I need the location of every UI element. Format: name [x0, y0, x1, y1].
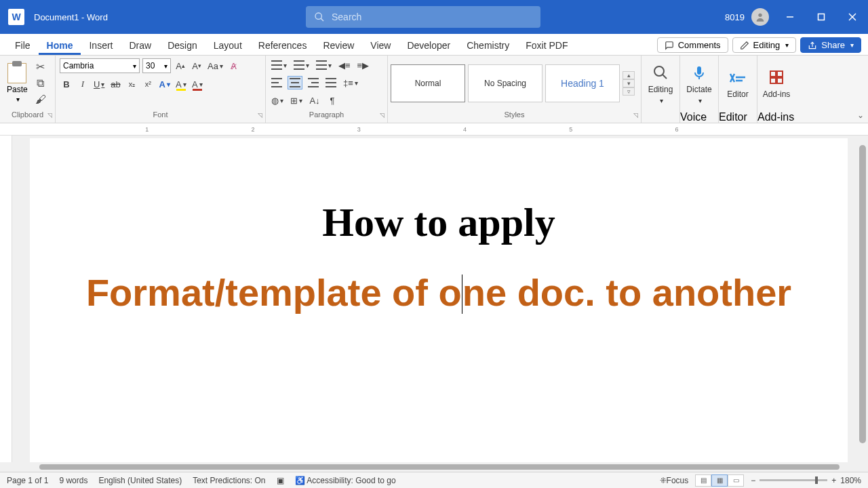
highlight-button[interactable]: A▾: [174, 77, 188, 91]
paragraph-dialog-icon[interactable]: ◹: [380, 112, 384, 119]
comments-button[interactable]: Comments: [657, 37, 728, 53]
cut-button[interactable]: ✂: [35, 61, 47, 73]
underline-button[interactable]: U▾: [92, 77, 106, 91]
shrink-font-button[interactable]: A▾: [190, 59, 203, 73]
bold-button[interactable]: B: [60, 77, 73, 91]
style-no-spacing[interactable]: No Spacing: [468, 64, 542, 102]
word-count[interactable]: 9 words: [59, 476, 87, 485]
horizontal-ruler[interactable]: 1 2 3 4 5 6: [0, 123, 868, 136]
zoom-control[interactable]: − + 180%: [751, 476, 861, 485]
tab-foxit-pdf[interactable]: Foxit PDF: [517, 36, 576, 55]
group-font: Cambria▾ 30▾ A▴ A▾ Aa▾ A̷ B I U▾ ab x₂ x…: [56, 56, 266, 123]
zoom-slider[interactable]: [760, 479, 827, 481]
accessibility-status[interactable]: ♿ Accessibility: Good to go: [295, 476, 396, 485]
font-dialog-icon[interactable]: ◹: [258, 112, 262, 119]
subscript-button[interactable]: x₂: [125, 77, 138, 91]
clear-formatting-button[interactable]: A̷: [227, 59, 241, 73]
minimize-button[interactable]: [774, 0, 806, 34]
align-left-button[interactable]: [270, 76, 283, 89]
share-button[interactable]: Share ▾: [800, 37, 861, 53]
tab-insert[interactable]: Insert: [81, 36, 121, 55]
print-layout-button[interactable]: ▦: [711, 474, 728, 487]
svg-point-0: [315, 13, 321, 19]
italic-button[interactable]: I: [76, 77, 90, 91]
align-center-button[interactable]: [288, 76, 302, 89]
editor-button[interactable]: Editor: [719, 56, 757, 111]
search-box[interactable]: Search: [306, 6, 540, 28]
tab-view[interactable]: View: [362, 36, 399, 55]
collapse-ribbon-button[interactable]: ⌄: [857, 110, 864, 120]
style-normal[interactable]: Normal: [391, 64, 465, 102]
styles-dialog-icon[interactable]: ◹: [633, 112, 638, 119]
borders-button[interactable]: ⊞▾: [289, 94, 304, 107]
vertical-scrollbar[interactable]: [857, 136, 868, 462]
scrollbar-thumb[interactable]: [859, 145, 866, 443]
user-area[interactable]: 8019: [725, 8, 769, 26]
tab-layout[interactable]: Layout: [205, 36, 250, 55]
text-predictions[interactable]: Text Predictions: On: [193, 476, 265, 485]
zoom-knob[interactable]: [815, 476, 818, 484]
addins-button[interactable]: Add-ins: [757, 56, 795, 111]
chevron-down-icon: ▾: [698, 97, 702, 104]
close-button[interactable]: [837, 0, 868, 34]
tab-file[interactable]: File: [7, 36, 39, 55]
sort-button[interactable]: A↓: [308, 94, 321, 107]
focus-mode-button[interactable]: ⁜Focus: [660, 476, 689, 485]
comment-icon: [665, 41, 674, 50]
vertical-ruler[interactable]: [0, 136, 12, 462]
tab-home[interactable]: Home: [39, 36, 81, 55]
superscript-button[interactable]: x²: [141, 77, 155, 91]
tab-references[interactable]: References: [250, 36, 315, 55]
dictate-button[interactable]: Dictate ▾: [680, 56, 718, 111]
paste-button[interactable]: Paste ▾: [4, 62, 31, 104]
scrollbar-thumb[interactable]: [39, 464, 840, 470]
macro-icon[interactable]: ▣: [277, 476, 284, 485]
shading-button[interactable]: ◍▾: [270, 94, 285, 107]
clipboard-dialog-icon[interactable]: ◹: [47, 112, 52, 119]
svg-rect-10: [770, 71, 776, 77]
zoom-out-button[interactable]: −: [751, 476, 755, 485]
increase-indent-button[interactable]: ≡▶: [356, 58, 371, 72]
zoom-in-button[interactable]: +: [831, 476, 836, 485]
language-indicator[interactable]: English (United States): [98, 476, 182, 485]
editing-mode-button[interactable]: Editing ▾: [732, 37, 797, 53]
horizontal-scrollbar[interactable]: [0, 462, 868, 472]
font-name-select[interactable]: Cambria▾: [60, 58, 140, 73]
decrease-indent-button[interactable]: ◀≡: [337, 58, 352, 72]
style-heading-1[interactable]: Heading 1: [545, 64, 620, 102]
read-mode-button[interactable]: ▤: [695, 474, 711, 487]
tab-design[interactable]: Design: [159, 36, 205, 55]
text-cursor: [462, 274, 462, 314]
maximize-button[interactable]: [806, 0, 837, 34]
addins-group-label: Add-ins: [757, 111, 794, 123]
font-name-value: Cambria: [63, 61, 94, 70]
align-right-button[interactable]: [307, 76, 320, 89]
copy-button[interactable]: ⧉: [35, 77, 47, 89]
format-painter-button[interactable]: 🖌: [35, 94, 47, 106]
tab-draw[interactable]: Draw: [121, 36, 159, 55]
change-case-button[interactable]: Aa▾: [206, 59, 224, 73]
tab-chemistry[interactable]: Chemistry: [458, 36, 517, 55]
numbering-button[interactable]: ▾: [292, 58, 311, 72]
text-effects-button[interactable]: A▾: [157, 77, 171, 91]
show-marks-button[interactable]: ¶: [326, 94, 339, 107]
addins-icon: [767, 68, 786, 87]
grow-font-button[interactable]: A▴: [174, 59, 187, 73]
font-color-button[interactable]: A▾: [191, 77, 204, 91]
zoom-percent[interactable]: 180%: [840, 476, 861, 485]
styles-gallery-nav[interactable]: ▴▾▿: [623, 71, 635, 96]
tab-review[interactable]: Review: [315, 36, 362, 55]
justify-button[interactable]: [324, 76, 338, 89]
document-page[interactable]: How to apply Format/template of one doc.…: [30, 138, 848, 462]
user-avatar-icon: [751, 8, 769, 26]
bullets-button[interactable]: ▾: [270, 58, 288, 72]
web-layout-button[interactable]: ▭: [728, 474, 744, 487]
editing-button[interactable]: Editing ▾: [642, 56, 679, 111]
tab-developer[interactable]: Developer: [399, 36, 458, 55]
strikethrough-button[interactable]: ab: [108, 77, 122, 91]
page-indicator[interactable]: Page 1 of 1: [7, 476, 48, 485]
line-spacing-button[interactable]: ‡≡▾: [342, 76, 359, 89]
font-size-select[interactable]: 30▾: [142, 58, 171, 73]
multilevel-list-button[interactable]: ▾: [315, 58, 333, 72]
editing-label: Editing: [753, 40, 781, 50]
